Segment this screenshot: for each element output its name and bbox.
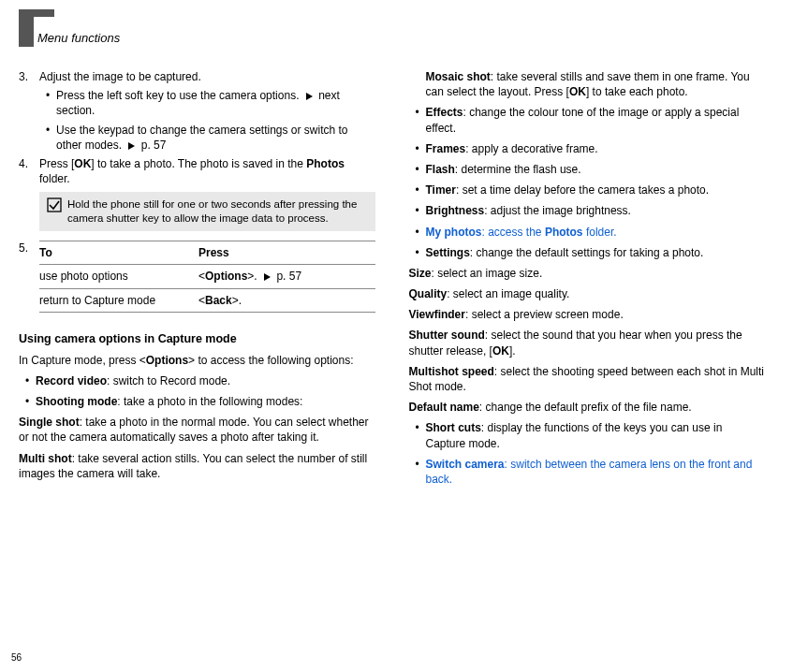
running-header: Menu functions (19, 19, 765, 56)
option-text: Record video: switch to Record mode. (36, 373, 375, 388)
option-settings: • Settings: change the default settings … (409, 245, 766, 260)
table-cell: <Options>. p. 57 (198, 269, 375, 284)
desc: : take several action stills. You can se… (19, 452, 367, 480)
bullet-dot: • (19, 394, 36, 409)
option-my-photos: • My photos: access the Photos folder. (409, 225, 766, 240)
triangle-icon (264, 273, 271, 281)
link-text[interactable]: Switch camera: switch between the camera… (426, 457, 766, 487)
step-number: 3. (19, 69, 39, 84)
table-cell: return to Capture mode (39, 293, 198, 308)
note-check-icon (47, 197, 67, 226)
t: Photos (306, 157, 345, 170)
step-4: 4. Press [OK] to take a photo. The photo… (19, 156, 375, 186)
link-text[interactable]: My photos: access the Photos folder. (426, 225, 766, 240)
table-cell: <Back>. (198, 293, 375, 308)
label: Timer (426, 183, 456, 197)
mosaic-shot-desc: Mosaic shot: take several stills and sav… (426, 69, 766, 99)
left-column: 3. Adjust the image to be captured. • Pr… (19, 69, 375, 492)
label: Settings (426, 246, 470, 259)
t: OK (74, 157, 91, 170)
label: Quality (409, 287, 448, 300)
setting-default-name: Default name: change the default prefix … (409, 400, 766, 415)
bullet-dot: • (39, 88, 56, 118)
note-text: Hold the phone still for one or two seco… (67, 197, 368, 226)
triangle-icon (306, 93, 313, 100)
table-header: To (39, 245, 198, 260)
option-short-cuts: • Short cuts: display the functions of t… (409, 420, 766, 450)
sub-heading: Using camera options in Capture mode (19, 331, 375, 347)
t: ] to take a photo. The photo is saved in… (91, 157, 306, 170)
bullet-text: Press the left soft key to use the camer… (56, 88, 375, 118)
bullet-dot: • (409, 141, 426, 156)
step-text: Press [OK] to take a photo. The photo is… (39, 156, 375, 186)
bullet-dot: • (39, 123, 56, 153)
t: > to access the following options: (188, 354, 353, 367)
label: Single shot (19, 416, 80, 429)
action-table: To Press use photo options <Options>. p.… (39, 241, 375, 313)
option-record-video: • Record video: switch to Record mode. (19, 373, 375, 388)
label: Viewfinder (409, 308, 465, 321)
option-text: Shooting mode: take a photo in the follo… (36, 394, 375, 409)
label: Brightness (426, 204, 485, 217)
desc: : select a preview screen mode. (465, 308, 624, 321)
desc: : select an image size. (432, 267, 543, 280)
note-box: Hold the phone still for one or two seco… (39, 192, 375, 231)
label: Size (409, 267, 432, 280)
page-number: 56 (11, 652, 22, 663)
step-number: 4. (19, 156, 39, 186)
table-cell: use photo options (39, 269, 198, 284)
text: p. 57 (141, 139, 167, 152)
bullet-dot: • (409, 420, 426, 450)
step-text: Adjust the image to be captured. (39, 69, 375, 84)
t: < (198, 270, 205, 283)
manual-page: Menu functions 3. Adjust the image to be… (0, 0, 793, 672)
setting-viewfinder: Viewfinder: select a preview screen mode… (409, 307, 766, 322)
label: Multishot speed (409, 365, 494, 378)
option-frames: • Frames: apply a decorative frame. (409, 141, 766, 156)
bullet-dot: • (409, 245, 426, 260)
desc: : change the default settings for taking… (470, 246, 704, 259)
option-shooting-mode: • Shooting mode: take a photo in the fol… (19, 394, 375, 409)
label: Mosaic shot (426, 70, 491, 83)
label: My photos (426, 226, 482, 239)
option-timer: • Timer: set a time delay before the cam… (409, 183, 766, 197)
option-effects: • Effects: change the colour tone of the… (409, 105, 766, 135)
bullet-dot: • (19, 373, 36, 388)
option-brightness: • Brightness: adjust the image brightnes… (409, 203, 766, 218)
label: Short cuts (426, 421, 481, 434)
option-flash: • Flash: determine the flash use. (409, 162, 766, 177)
t: ] to take each photo. (586, 85, 688, 98)
step-5-row: 5. To Press use photo options <Options>.… (19, 241, 375, 324)
t: < (198, 294, 205, 307)
table-header-row: To Press (39, 241, 375, 265)
t: folder. (39, 172, 70, 185)
option-label: Record video (36, 374, 107, 387)
bullet-dot: • (409, 203, 426, 218)
desc: : determine the flash use. (455, 163, 581, 176)
label: Frames (426, 142, 466, 155)
setting-multishot-speed: Multishot speed: select the shooting spe… (409, 364, 766, 394)
t: >. (247, 270, 257, 283)
label: Multi shot (19, 452, 72, 465)
t: folder. (583, 226, 617, 239)
t: p. 57 (276, 270, 301, 283)
label: Effects (426, 106, 463, 119)
triangle-icon (128, 142, 135, 150)
t: Press [ (39, 157, 74, 170)
desc: : adjust the image brightness. (484, 204, 631, 217)
t: : access the (482, 226, 545, 239)
running-title: Menu functions (37, 31, 120, 45)
t: OK (492, 344, 509, 358)
table-header: Press (198, 245, 375, 260)
t: Back (205, 294, 232, 307)
step-3-sub-1: • Press the left soft key to use the cam… (39, 88, 375, 118)
table-row: use photo options <Options>. p. 57 (39, 265, 375, 288)
setting-quality: Quality: select an image quality. (409, 286, 766, 301)
intro-paragraph: In Capture mode, press <Options> to acce… (19, 353, 375, 368)
single-shot-desc: Single shot: take a photo in the normal … (19, 415, 375, 445)
desc: : set a time delay before the camera tak… (456, 183, 709, 197)
text: Press the left soft key to use the camer… (56, 89, 299, 102)
right-column: Mosaic shot: take several stills and sav… (409, 69, 766, 492)
label: Shutter sound (409, 329, 485, 342)
table-row: return to Capture mode <Back>. (39, 289, 375, 313)
